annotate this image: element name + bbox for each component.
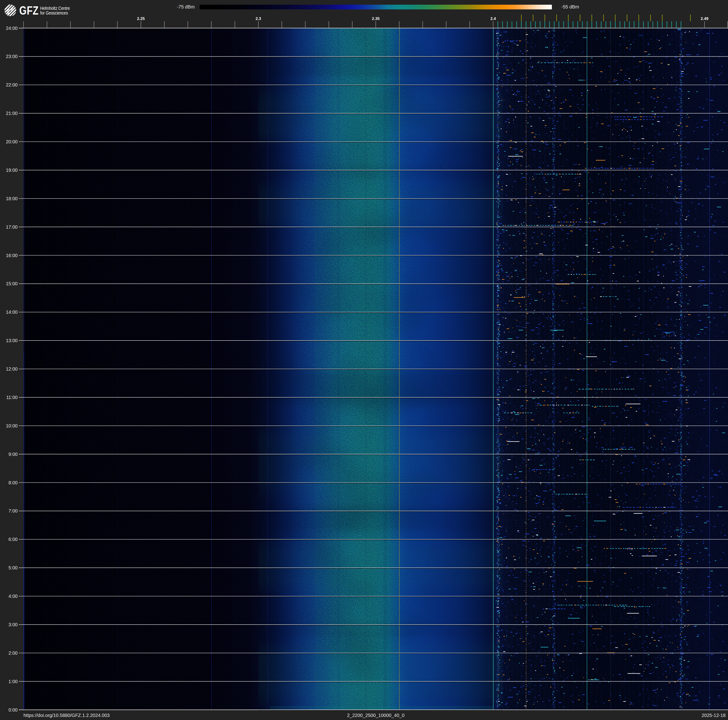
svg-text:22:00: 22:00 <box>6 82 18 87</box>
svg-text:-55 dBm: -55 dBm <box>561 4 579 9</box>
svg-text:2.4: 2.4 <box>490 17 496 21</box>
svg-text:15:00: 15:00 <box>6 281 18 286</box>
svg-text:19:00: 19:00 <box>6 167 18 173</box>
svg-text:2025-12-18: 2025-12-18 <box>702 713 726 718</box>
svg-text:8:00: 8:00 <box>8 480 18 485</box>
svg-text:14:00: 14:00 <box>6 309 18 315</box>
svg-text:17:00: 17:00 <box>6 224 18 230</box>
svg-text:2.35: 2.35 <box>372 17 379 21</box>
svg-text:2.49: 2.49 <box>700 17 708 21</box>
svg-text:2.3: 2.3 <box>255 17 261 21</box>
svg-text:for Geosciences: for Geosciences <box>40 10 68 15</box>
svg-text:20:00: 20:00 <box>6 139 18 144</box>
svg-text:GFZ: GFZ <box>19 4 38 17</box>
svg-text:2.25: 2.25 <box>137 17 145 21</box>
svg-text:3:00: 3:00 <box>8 622 18 627</box>
svg-text:21:00: 21:00 <box>6 111 18 116</box>
svg-text:-75 dBm: -75 dBm <box>177 4 195 9</box>
svg-text:24:00: 24:00 <box>6 26 18 31</box>
svg-text:2_2200_2500_10000_40_0: 2_2200_2500_10000_40_0 <box>347 713 405 718</box>
svg-text:23:00: 23:00 <box>6 54 18 59</box>
svg-text:5:00: 5:00 <box>8 565 18 570</box>
svg-text:18:00: 18:00 <box>6 196 18 201</box>
svg-text:0:00: 0:00 <box>8 707 18 712</box>
svg-text:4:00: 4:00 <box>8 594 18 599</box>
svg-text:11:00: 11:00 <box>6 395 18 400</box>
svg-text:7:00: 7:00 <box>8 508 18 513</box>
svg-text:2:00: 2:00 <box>8 650 18 656</box>
svg-text:13:00: 13:00 <box>6 338 18 343</box>
svg-text:12:00: 12:00 <box>6 366 18 372</box>
svg-text:16:00: 16:00 <box>6 253 18 258</box>
svg-text:https://doi.org/10.5880/GFZ.1.: https://doi.org/10.5880/GFZ.1.2.2024.003 <box>23 713 110 718</box>
svg-text:9:00: 9:00 <box>8 452 18 457</box>
svg-text:10:00: 10:00 <box>6 423 18 428</box>
svg-text:1:00: 1:00 <box>8 679 18 684</box>
svg-text:6:00: 6:00 <box>8 537 18 542</box>
